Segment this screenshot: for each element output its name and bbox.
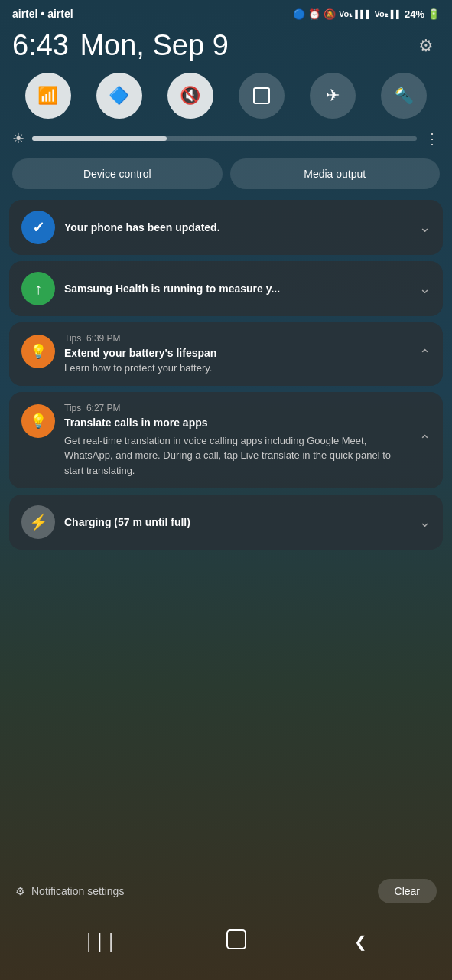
flashlight-icon: 🔦 — [395, 87, 414, 105]
notif-translate-subtitle: Get real-time translation in voice calli… — [64, 433, 410, 479]
airplane-icon: ✈ — [326, 86, 340, 106]
notification-settings-button[interactable]: ⚙ Notification settings — [15, 885, 124, 897]
home-button[interactable] — [214, 925, 259, 959]
back-icon: ❮ — [354, 933, 367, 950]
notification-update[interactable]: ✓ Your phone has been updated. ⌄ — [9, 200, 443, 255]
recents-button[interactable]: │││ — [73, 927, 131, 956]
screen-record-toggle[interactable] — [239, 73, 285, 119]
notif-charging-content: Charging (57 m until full) — [64, 515, 410, 529]
datetime-display: 6:43 Mon, Sep 9 — [12, 29, 229, 62]
signal-bars1-icon: ▌▌▌ — [355, 10, 371, 18]
bulb2-icon: 💡 — [30, 413, 47, 430]
back-button[interactable]: ❮ — [342, 927, 379, 956]
notif-translate-icon: 💡 — [21, 404, 55, 438]
notification-charging[interactable]: ⚡ Charging (57 m until full) ⌄ — [9, 495, 443, 550]
notif-update-icon: ✓ — [21, 211, 55, 244]
bluetooth-toggle[interactable]: 🔷 — [96, 73, 142, 119]
notif-charging-title: Charging (57 m until full) — [64, 515, 410, 529]
notif-translate-content: Tips 6:27 PM Translate calls in more app… — [64, 403, 410, 478]
bluetooth-toggle-icon: 🔷 — [109, 86, 129, 106]
notif-health-chevron: ⌄ — [419, 280, 431, 297]
bluetooth-icon: 🔵 — [293, 8, 305, 20]
media-output-button[interactable]: Media output — [230, 158, 441, 189]
notif-battery-tip-subtitle: Learn how to protect your battery. — [64, 361, 410, 375]
brightness-slider[interactable] — [32, 136, 417, 141]
wifi-icon: 📶 — [37, 86, 58, 106]
carrier-label: airtel • airtel — [12, 8, 73, 20]
notification-tips-translate[interactable]: 💡 Tips 6:27 PM Translate calls in more a… — [9, 392, 443, 488]
notif-charging-chevron: ⌄ — [419, 514, 431, 531]
notif-translate-title: Translate calls in more apps — [64, 416, 410, 430]
signal-bars2-icon: ▌▌ — [391, 10, 402, 18]
notif-battery-tip-content: Tips 6:39 PM Extend your battery's lifes… — [64, 333, 410, 375]
notif-update-chevron: ⌄ — [419, 219, 431, 236]
mute-toggle[interactable]: 🔇 — [167, 73, 213, 119]
settings-button[interactable]: ⚙ — [412, 32, 440, 60]
status-bar: airtel • airtel 🔵 ⏰ 🔕 Vo₁ ▌▌▌ Vo₂ ▌▌ 24%… — [0, 0, 452, 24]
brightness-fill — [32, 136, 167, 141]
checkmark-icon: ✓ — [32, 218, 45, 237]
notification-tips-battery[interactable]: 💡 Tips 6:39 PM Extend your battery's lif… — [9, 322, 443, 386]
notif-translate-chevron: ⌃ — [419, 432, 431, 449]
wifi-toggle[interactable]: 📶 — [25, 73, 71, 119]
brightness-icon: ☀ — [12, 130, 24, 147]
airplane-toggle[interactable]: ✈ — [310, 73, 356, 119]
health-icon: ↑ — [34, 280, 42, 298]
notif-charging-icon: ⚡ — [21, 505, 55, 539]
signal-lte2-icon: Vo₂ — [375, 9, 388, 19]
notif-update-title: Your phone has been updated. — [64, 220, 410, 234]
notification-settings-row: ⚙ Notification settings Clear — [0, 867, 452, 916]
notif-translate-meta: Tips 6:27 PM — [64, 403, 410, 413]
device-control-button[interactable]: Device control — [12, 158, 223, 189]
notif-battery-tip-title: Extend your battery's lifespan — [64, 346, 410, 360]
notif-health-content: Samsung Health is running to measure y..… — [64, 282, 410, 296]
status-icons: 🔵 ⏰ 🔕 Vo₁ ▌▌▌ Vo₂ ▌▌ 24% 🔋 — [293, 8, 440, 20]
battery-label: 24% — [405, 8, 424, 20]
home-icon — [226, 929, 246, 949]
mute-icon: 🔕 — [324, 8, 336, 20]
alarm-icon: ⏰ — [308, 8, 320, 20]
date-display: Mon, Sep 9 — [80, 29, 228, 61]
signal-lte1-icon: Vo₁ — [339, 9, 352, 19]
mute-toggle-icon: 🔇 — [180, 86, 200, 106]
notifications-list: ✓ Your phone has been updated. ⌄ ↑ Samsu… — [0, 200, 452, 550]
bottom-bar: ⚙ Notification settings Clear │││ ❮ — [0, 867, 452, 980]
notif-battery-tip-icon: 💡 — [21, 335, 55, 368]
brightness-more-button[interactable]: ⋮ — [424, 129, 440, 148]
notif-battery-tip-chevron: ⌃ — [419, 346, 431, 363]
notification-samsung-health[interactable]: ↑ Samsung Health is running to measure y… — [9, 261, 443, 316]
recents-icon: │││ — [85, 933, 119, 950]
screen-record-icon — [253, 87, 270, 104]
time-display: 6:43 — [12, 29, 69, 61]
notif-battery-tip-meta: Tips 6:39 PM — [64, 333, 410, 344]
bulb-icon: 💡 — [30, 343, 47, 360]
nav-bar: │││ ❮ — [0, 916, 452, 965]
battery-icon: 🔋 — [428, 8, 440, 20]
notification-settings-label: Notification settings — [31, 885, 124, 897]
flashlight-toggle[interactable]: 🔦 — [381, 73, 427, 119]
datetime-row: 6:43 Mon, Sep 9 ⚙ — [0, 24, 452, 73]
notif-update-content: Your phone has been updated. — [64, 220, 410, 234]
charging-icon: ⚡ — [29, 513, 48, 531]
brightness-row: ☀ ⋮ — [0, 129, 452, 158]
clear-button[interactable]: Clear — [378, 879, 437, 903]
notif-health-title: Samsung Health is running to measure y..… — [64, 282, 410, 296]
notif-health-icon: ↑ — [21, 272, 55, 305]
quick-toggles: 📶 🔷 🔇 ✈ 🔦 — [0, 73, 452, 129]
settings-gear-icon: ⚙ — [15, 885, 25, 897]
control-buttons: Device control Media output — [0, 158, 452, 200]
